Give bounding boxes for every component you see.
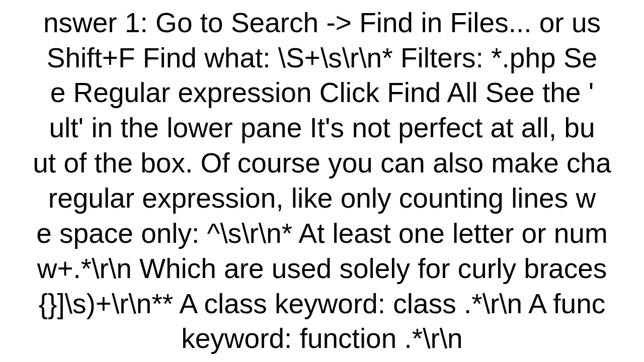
- text-line: ult' in the lower pane It's not perfect …: [33, 111, 611, 146]
- text-line: w+.*\r\n Which are used solely for curly…: [33, 251, 611, 287]
- text-line: regular expression, like only counting l…: [33, 181, 611, 216]
- text-line: Shift+F Find what: \S+\s\r\n* Filters: *…: [33, 41, 611, 76]
- text-line: keyword: function .*\r\n: [33, 321, 611, 356]
- text-line: ut of the box. Of course you can also ma…: [33, 146, 611, 181]
- text-content: nswer 1: Go to Search -> Find in Files..…: [33, 6, 611, 356]
- text-line: e Regular expression Click Find All See …: [33, 75, 611, 111]
- text-line: {}]\s)+\r\n** A class keyword: class .*\…: [33, 287, 611, 322]
- text-line: nswer 1: Go to Search -> Find in Files..…: [33, 6, 611, 41]
- text-line: e space only: ^\s\r\n* At least one lett…: [33, 216, 611, 251]
